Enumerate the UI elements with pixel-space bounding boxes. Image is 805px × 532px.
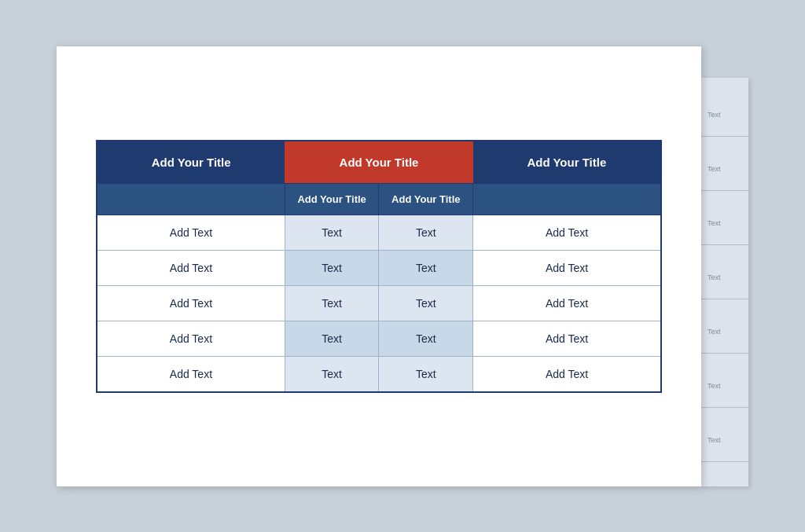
row-2-col-1[interactable]: Text xyxy=(285,285,379,321)
peek-row-5: Text xyxy=(701,365,748,408)
row-3-col-0[interactable]: Add Text xyxy=(97,321,285,356)
row-0-col-1[interactable]: Text xyxy=(285,215,379,250)
main-slide: Add Your Title Add Your Title Add Your T… xyxy=(57,46,701,486)
peek-row-2: Text xyxy=(701,202,748,245)
row-4-col-2[interactable]: Text xyxy=(379,356,473,392)
header-col-middle[interactable]: Add Your Title xyxy=(285,141,472,184)
table-row[interactable]: Add TextTextTextAdd Text xyxy=(97,215,661,250)
row-2-col-2[interactable]: Text xyxy=(379,285,473,321)
header2-col1[interactable]: Add Your Title xyxy=(285,183,379,215)
header-col1[interactable]: Add Your Title xyxy=(97,141,285,184)
row-0-col-2[interactable]: Text xyxy=(379,215,473,250)
header2-col3-spacer xyxy=(473,183,661,215)
table-body: Add TextTextTextAdd TextAdd TextTextText… xyxy=(97,215,661,392)
peek-row-4: Text xyxy=(701,310,748,354)
table-header-row-1: Add Your Title Add Your Title Add Your T… xyxy=(97,141,661,184)
row-3-col-3[interactable]: Add Text xyxy=(473,321,661,356)
row-4-col-1[interactable]: Text xyxy=(285,356,379,392)
data-table: Add Your Title Add Your Title Add Your T… xyxy=(96,140,662,393)
row-1-col-2[interactable]: Text xyxy=(379,250,473,285)
table-header-row-2: Add Your Title Add Your Title xyxy=(97,183,661,215)
row-2-col-3[interactable]: Add Text xyxy=(473,285,661,321)
row-0-col-0[interactable]: Add Text xyxy=(97,215,285,250)
table-wrapper: Add Your Title Add Your Title Add Your T… xyxy=(96,140,662,393)
peek-row-6: Text xyxy=(701,419,748,462)
row-3-col-2[interactable]: Text xyxy=(379,321,473,356)
row-1-col-3[interactable]: Add Text xyxy=(473,250,661,285)
row-4-col-0[interactable]: Add Text xyxy=(97,356,285,392)
table-row[interactable]: Add TextTextTextAdd Text xyxy=(97,250,661,285)
header-col3[interactable]: Add Your Title xyxy=(473,141,661,184)
peek-row-0: Text xyxy=(701,94,748,137)
peek-row-3: Text xyxy=(701,256,748,299)
row-1-col-1[interactable]: Text xyxy=(285,250,379,285)
header2-spacer xyxy=(97,183,285,215)
row-0-col-3[interactable]: Add Text xyxy=(473,215,661,250)
row-2-col-0[interactable]: Add Text xyxy=(97,285,285,321)
row-1-col-0[interactable]: Add Text xyxy=(97,250,285,285)
slide-container: Add Your Title Add Your Title Add Your T… xyxy=(57,46,748,486)
table-row[interactable]: Add TextTextTextAdd Text xyxy=(97,321,661,356)
peek-row-1: Text xyxy=(701,148,748,191)
table-row[interactable]: Add TextTextTextAdd Text xyxy=(97,285,661,321)
row-4-col-3[interactable]: Add Text xyxy=(473,356,661,392)
table-row[interactable]: Add TextTextTextAdd Text xyxy=(97,356,661,392)
slide-peek: TextTextTextTextTextTextText xyxy=(701,78,748,486)
header2-col2[interactable]: Add Your Title xyxy=(379,183,473,215)
row-3-col-1[interactable]: Text xyxy=(285,321,379,356)
